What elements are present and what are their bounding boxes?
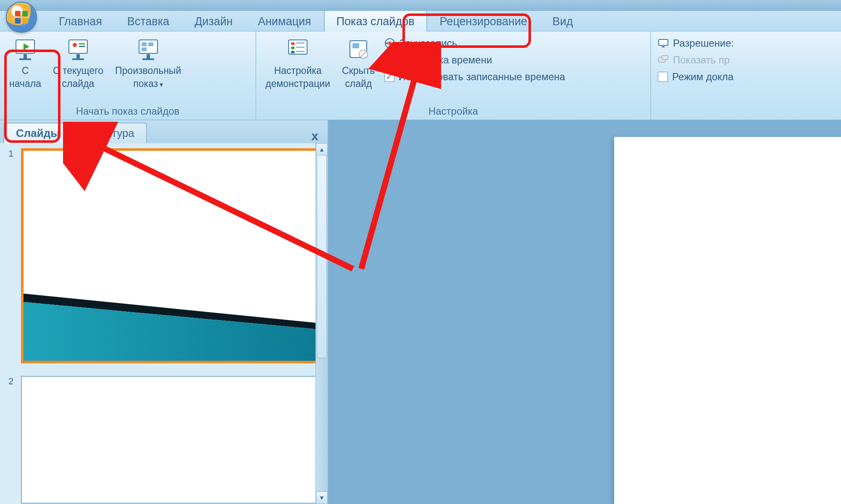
tab-review[interactable]: Рецензирование (427, 10, 540, 32)
tab-design[interactable]: Дизайн (182, 10, 245, 32)
from-beginning-label-1: С (22, 64, 29, 77)
svg-rect-1 (15, 11, 21, 16)
tab-home[interactable]: Главная (46, 10, 115, 32)
svg-rect-22 (291, 42, 294, 45)
tab-slideshow[interactable]: Показ слайдов (324, 10, 427, 32)
svg-rect-40 (662, 46, 665, 47)
svg-rect-20 (142, 58, 154, 60)
svg-rect-29 (352, 43, 359, 48)
setup-show-button[interactable]: Настройка демонстрации (260, 34, 335, 94)
setup-show-label-2: демонстрации (265, 77, 330, 90)
scroll-thumb[interactable] (317, 155, 327, 358)
title-bar (0, 0, 841, 11)
pane-tab-slides[interactable]: Слайды (3, 123, 72, 143)
svg-point-0 (13, 8, 30, 26)
hide-slide-label-2: слайд (345, 77, 372, 90)
custom-show-label-2: показ (133, 78, 158, 89)
svg-rect-8 (19, 58, 31, 60)
tab-animation[interactable]: Анимация (245, 10, 324, 32)
from-beginning-label-2: начала (9, 77, 41, 90)
svg-rect-38 (389, 55, 391, 57)
show-on-label: Показать пр (673, 54, 730, 66)
content-area: Слайды Структура x 1 2 (0, 120, 841, 504)
ribbon-tabs: Главная Вставка Дизайн Анимация Показ сл… (0, 11, 841, 32)
hide-slide-label-1: Скрыть (342, 64, 375, 77)
svg-rect-4 (22, 18, 28, 24)
dropdown-icon: ▾ (160, 81, 163, 88)
svg-rect-16 (142, 42, 147, 46)
record-icon (384, 38, 395, 49)
thumbnail-preview (21, 376, 319, 504)
from-current-button[interactable]: С текущего слайда (48, 34, 108, 94)
from-beginning-button[interactable]: С начала (4, 34, 46, 94)
tab-insert[interactable]: Вставка (115, 10, 182, 32)
rehearse-label: Настройка времени (399, 54, 492, 66)
svg-point-33 (388, 42, 392, 45)
use-timings-label: Использовать записанные времена (399, 71, 565, 83)
svg-rect-23 (296, 42, 305, 44)
from-beginning-icon (13, 37, 37, 61)
svg-rect-2 (22, 11, 28, 16)
checkbox-icon: ✓ (384, 72, 394, 82)
svg-rect-18 (142, 47, 147, 51)
group-setup: Настройка демонстрации Скрыть слайд Звук… (256, 32, 651, 120)
from-current-label-1: С текущего (53, 64, 103, 77)
show-on-dropdown[interactable]: Показать пр (655, 52, 736, 68)
monitor-icon (658, 38, 669, 49)
thumbnail-preview (21, 148, 319, 363)
svg-rect-19 (147, 54, 150, 58)
setup-show-icon (286, 37, 310, 61)
setup-show-label-1: Настройка (274, 64, 321, 77)
svg-rect-17 (148, 42, 153, 46)
thumbnails-scrollbar[interactable]: ▲ ▼ (315, 143, 328, 504)
svg-rect-12 (79, 46, 85, 47)
group-monitors-label (655, 116, 837, 119)
group-start-label: Начать показ слайдов (4, 104, 251, 119)
hide-slide-button[interactable]: Скрыть слайд (337, 34, 380, 94)
scroll-up-button[interactable]: ▲ (316, 143, 328, 156)
pane-close-button[interactable]: x (305, 129, 324, 143)
svg-point-10 (73, 43, 77, 47)
from-current-icon (66, 37, 90, 61)
slide-canvas[interactable] (614, 137, 841, 504)
monitors-icon (658, 55, 669, 66)
thumbnail-item[interactable]: 2 (8, 376, 319, 504)
pane-tab-outline[interactable]: Структура (70, 123, 147, 143)
presenter-label: Режим докла (672, 71, 733, 83)
svg-rect-26 (291, 51, 294, 53)
use-timings-checkbox[interactable]: ✓ Использовать записанные времена (382, 69, 568, 84)
ribbon: С начала С текущего слайда Произвольный … (0, 32, 841, 121)
scroll-track[interactable] (316, 155, 328, 492)
thumbnail-item[interactable]: 1 (8, 148, 319, 363)
svg-rect-24 (291, 47, 294, 49)
pane-tabs: Слайды Структура x (0, 120, 328, 143)
group-setup-label: Настройка (260, 104, 646, 119)
resolution-dropdown[interactable]: Разрешение: (655, 36, 736, 51)
svg-rect-39 (659, 39, 668, 45)
office-button[interactable] (6, 2, 37, 33)
tab-view[interactable]: Вид (540, 10, 586, 32)
thumbnails-list: 1 2 ▲ ▼ (0, 143, 328, 504)
from-current-label-2: слайда (62, 77, 95, 90)
custom-show-label-1: Произвольный (115, 65, 181, 76)
resolution-label: Разрешение: (673, 37, 734, 49)
group-monitors: Разрешение: Показать пр Режим докла (651, 32, 841, 120)
custom-show-button[interactable]: Произвольный показ▾ (110, 34, 186, 94)
svg-rect-14 (72, 58, 84, 60)
record-narration-button[interactable]: Звукозапись (382, 36, 568, 51)
svg-rect-27 (296, 51, 305, 52)
presenter-view-checkbox[interactable]: Режим докла (655, 69, 736, 84)
rehearse-timings-button[interactable]: Настройка времени (382, 52, 568, 68)
custom-show-icon (137, 37, 160, 61)
svg-rect-7 (24, 54, 27, 58)
svg-rect-3 (15, 18, 21, 24)
svg-rect-42 (662, 55, 668, 60)
slide-editor (329, 120, 841, 504)
svg-rect-25 (296, 47, 305, 48)
svg-rect-11 (79, 43, 85, 45)
thumbnail-number: 2 (8, 376, 17, 504)
slides-pane: Слайды Структура x 1 2 (0, 120, 329, 504)
scroll-down-button[interactable]: ▼ (316, 491, 328, 504)
svg-rect-13 (76, 54, 80, 58)
svg-rect-15 (139, 40, 158, 53)
